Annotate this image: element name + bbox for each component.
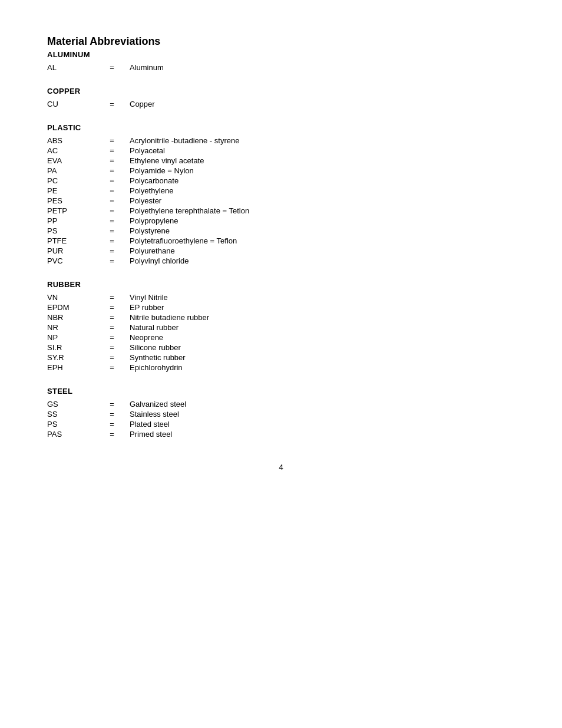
name-cell: Galvanized steel [130,399,515,409]
eq-cell: = [94,292,130,302]
name-cell: Copper [130,99,515,109]
name-cell: Silicone rubber [130,342,515,353]
eq-cell: = [94,302,130,312]
eq-cell: = [94,399,130,409]
section-aluminum: ALUMINUMAL=Aluminum [47,50,515,73]
table-row: PS=Polystyrene [47,226,515,236]
table-row: PC=Polycarbonate [47,176,515,186]
name-cell: Plated steel [130,419,515,429]
eq-cell: = [94,363,130,373]
abbr-cell: EPDM [47,302,94,312]
eq-cell: = [94,419,130,429]
name-cell: Stainless steel [130,409,515,419]
table-row: SS=Stainless steel [47,409,515,419]
eq-cell: = [94,322,130,332]
table-row: PUR=Polyurethane [47,246,515,256]
abbr-table-rubber: VN=Vinyl NitrileEPDM=EP rubberNBR=Nitril… [47,292,515,373]
name-cell: Vinyl Nitrile [130,292,515,302]
table-row: EVA=Ethylene vinyl acetate [47,156,515,166]
abbr-cell: PA [47,166,94,176]
name-cell: Polystyrene [130,226,515,236]
name-cell: Synthetic rubber [130,353,515,363]
table-row: PES=Polyester [47,196,515,206]
table-row: PAS=Primed steel [47,429,515,439]
abbr-table-aluminum: AL=Aluminum [47,62,515,73]
table-row: SY.R=Synthetic rubber [47,353,515,363]
abbr-cell: PETP [47,206,94,216]
name-cell: Acrylonitrile -butadiene - styrene [130,136,515,146]
name-cell: Natural rubber [130,322,515,332]
section-steel: STEELGS=Galvanized steelSS=Stainless ste… [47,387,515,439]
name-cell: Polypropylene [130,216,515,226]
abbr-cell: ABS [47,136,94,146]
table-row: PTFE=Polytetrafluoroethylene = Teflon [47,236,515,246]
name-cell: Polycarbonate [130,176,515,186]
eq-cell: = [94,156,130,166]
name-cell: Polyester [130,196,515,206]
eq-cell: = [94,136,130,146]
section-copper: COPPERCU=Copper [47,87,515,109]
name-cell: Polyethylene terephthalate = Tetlon [130,206,515,216]
abbr-cell: CU [47,99,94,109]
abbr-cell: NR [47,322,94,332]
table-row: EPH=Epichlorohydrin [47,363,515,373]
table-row: EPDM=EP rubber [47,302,515,312]
eq-cell: = [94,196,130,206]
eq-cell: = [94,206,130,216]
section-title-rubber: RUBBER [47,280,515,289]
eq-cell: = [94,429,130,439]
name-cell: Polytetrafluoroethylene = Teflon [130,236,515,246]
eq-cell: = [94,256,130,266]
abbr-cell: SY.R [47,353,94,363]
table-row: PVC=Polyvinyl chloride [47,256,515,266]
abbr-cell: VN [47,292,94,302]
table-row: PETP=Polyethylene terephthalate = Tetlon [47,206,515,216]
name-cell: Aluminum [130,62,515,73]
eq-cell: = [94,99,130,109]
name-cell: Polyacetal [130,146,515,156]
eq-cell: = [94,186,130,196]
abbr-cell: PES [47,196,94,206]
table-row: VN=Vinyl Nitrile [47,292,515,302]
abbr-table-plastic: ABS=Acrylonitrile -butadiene - styreneAC… [47,136,515,266]
eq-cell: = [94,216,130,226]
abbr-table-steel: GS=Galvanized steelSS=Stainless steelPS=… [47,399,515,439]
table-row: PA=Polyamide = Nylon [47,166,515,176]
abbr-cell: PUR [47,246,94,256]
eq-cell: = [94,146,130,156]
table-row: PP=Polypropylene [47,216,515,226]
name-cell: Neoprene [130,332,515,342]
eq-cell: = [94,332,130,342]
name-cell: Polyurethane [130,246,515,256]
abbr-cell: PAS [47,429,94,439]
eq-cell: = [94,176,130,186]
abbr-cell: GS [47,399,94,409]
section-rubber: RUBBERVN=Vinyl NitrileEPDM=EP rubberNBR=… [47,280,515,373]
abbr-cell: AC [47,146,94,156]
name-cell: EP rubber [130,302,515,312]
abbr-cell: PC [47,176,94,186]
name-cell: Polyamide = Nylon [130,166,515,176]
abbr-cell: PTFE [47,236,94,246]
table-row: AC=Polyacetal [47,146,515,156]
section-title-copper: COPPER [47,87,515,95]
section-title-plastic: PLASTIC [47,123,515,132]
table-row: GS=Galvanized steel [47,399,515,409]
page-number: 4 [47,463,515,472]
section-title-steel: STEEL [47,387,515,396]
section-plastic: PLASTICABS=Acrylonitrile -butadiene - st… [47,123,515,266]
eq-cell: = [94,312,130,322]
abbr-cell: EPH [47,363,94,373]
eq-cell: = [94,342,130,353]
abbr-cell: PP [47,216,94,226]
eq-cell: = [94,353,130,363]
abbr-cell: SI.R [47,342,94,353]
table-row: ABS=Acrylonitrile -butadiene - styrene [47,136,515,146]
name-cell: Nitrile butadiene rubber [130,312,515,322]
eq-cell: = [94,236,130,246]
table-row: PS=Plated steel [47,419,515,429]
table-row: AL=Aluminum [47,62,515,73]
abbr-cell: PS [47,226,94,236]
abbr-cell: NP [47,332,94,342]
eq-cell: = [94,62,130,73]
